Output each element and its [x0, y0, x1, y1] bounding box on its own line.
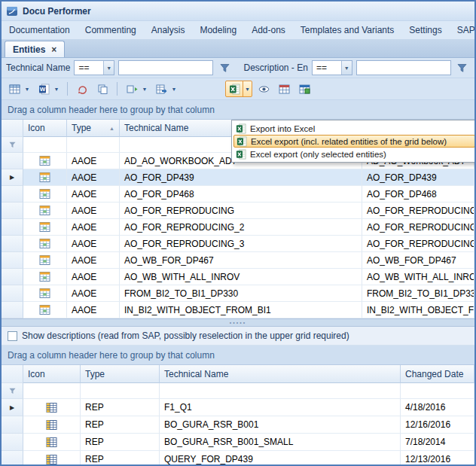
workbook-icon [39, 254, 50, 266]
chevron-down-icon[interactable]: ▼ [341, 61, 352, 75]
filter-cell[interactable] [401, 383, 474, 399]
table-row[interactable]: AAOE AO_FOR_REPRODUCING_3 AO_FOR_REPRODU… [2, 236, 474, 252]
group-by-panel-lower[interactable]: Drag a column header here to group by th… [2, 346, 474, 365]
filter-bar: Technical Name == ▼ Description - En == … [2, 58, 474, 78]
funnel-icon [8, 141, 17, 149]
type-cell: REP [81, 399, 160, 416]
row-indicator [2, 169, 23, 186]
related-entities-grid: Drag a column header here to group by th… [2, 346, 474, 466]
operator-value: == [313, 62, 341, 73]
technical-name-cell: AO_WB_FOR_DP467 [120, 252, 362, 269]
column-header-technical-name[interactable]: Technical Name [160, 365, 401, 383]
table-row[interactable]: REP QUERY_FOR_DP439 12/13/2016 [2, 451, 474, 466]
excel-grid-icon [296, 84, 313, 95]
export-grid-button[interactable]: ▼ [152, 81, 179, 97]
menu-bar-item[interactable]: Settings [401, 21, 449, 39]
column-header-changed-date[interactable]: Changed Date [401, 365, 474, 383]
tab-close-icon[interactable]: × [51, 44, 56, 55]
related-rows: REP F1_Q1 4/18/2016 REP BO_GURA_RSR_B001… [2, 399, 474, 466]
technical-name-filter-label: Technical Name [6, 62, 70, 73]
table-row[interactable]: AAOE AO_WB_FOR_DP467 AO_WB_FOR_DP467 [2, 252, 474, 269]
menu-bar-item[interactable]: Analysis [144, 21, 193, 39]
table-row[interactable]: REP BO_GURA_RSR_B001_SMALL 7/18/2014 [2, 434, 474, 451]
show-descriptions-checkbox[interactable] [8, 331, 17, 341]
table-row[interactable]: AAOE AO_FOR_REPRODUCING_2 AO_FOR_REPRODU… [2, 219, 474, 236]
menu-bar-item[interactable]: Add-ons [244, 21, 293, 39]
technical-name-operator-combo[interactable]: == ▼ [74, 60, 114, 75]
operator-value: == [75, 62, 103, 73]
table-row[interactable]: AAOE AO_FOR_DP439 AO_FOR_DP439 [2, 169, 474, 186]
header-indicator-cell [2, 365, 23, 383]
menu-bar-item[interactable]: Modeling [192, 21, 244, 39]
preview-button[interactable] [255, 81, 273, 97]
entity-icon-cell [23, 269, 67, 285]
horizontal-splitter[interactable]: ••••• [2, 318, 474, 327]
word-icon: W [35, 84, 52, 95]
technical-name-filter-input[interactable] [118, 60, 213, 75]
menu-bar-item[interactable]: Templates and Variants [293, 21, 402, 39]
table-row[interactable]: REP BO_GURA_RSR_B001 12/16/2016 [2, 416, 474, 434]
table-row[interactable]: AAOE AO_FOR_REPRODUCING AO_FOR_REPRODUCI… [2, 203, 474, 219]
column-header-icon[interactable]: Icon [23, 365, 81, 383]
chevron-down-icon[interactable]: ▼ [103, 61, 114, 75]
copy-button[interactable] [93, 81, 111, 97]
description-operator-combo[interactable]: == ▼ [312, 60, 352, 75]
column-header-type[interactable]: Type [81, 365, 160, 383]
report-icon-cell [23, 416, 81, 434]
export-menu-item[interactable]: Export into Excel [233, 122, 475, 135]
menu-item-label: Excel export (only selected entities) [250, 150, 386, 159]
description-cell: AO_WB_FOR_DP467 [362, 252, 474, 269]
column-header-icon[interactable]: Icon [23, 120, 67, 137]
header-indicator-cell [2, 120, 23, 137]
changed-date-cell: 12/16/2016 [401, 416, 474, 434]
excel-export-button[interactable]: ▼ [225, 81, 252, 97]
technical-name-cell: AO_FOR_REPRODUCING_2 [120, 219, 362, 236]
chevron-down-icon[interactable]: ▼ [243, 81, 252, 96]
menu-bar-item[interactable]: Commenting [78, 21, 144, 39]
menu-bar-item[interactable]: SAP I [450, 21, 474, 39]
tab-entities[interactable]: Entities × [5, 41, 65, 57]
excel-grid-button[interactable] [295, 81, 313, 97]
eye-icon [255, 84, 272, 95]
workbook-icon [39, 304, 50, 315]
technical-name-cell: AO_WB_WITH_ALL_INROV [120, 269, 362, 285]
description-filter-input[interactable] [356, 60, 451, 75]
row-indicator [2, 153, 23, 169]
filter-cell[interactable] [160, 383, 401, 399]
table-row[interactable]: AAOE FROM_BI2_TO_BI1_DP330 FROM_BI2_TO_B… [2, 285, 474, 302]
table-row[interactable]: REP F1_Q1 4/18/2016 [2, 399, 474, 416]
menu-bar-item[interactable]: Documentation [2, 21, 78, 39]
column-header-type[interactable]: Type ▲ [67, 120, 120, 137]
excel-table-button[interactable] [275, 81, 293, 97]
apply-filter-button[interactable] [217, 60, 232, 75]
funnel-icon [8, 387, 17, 395]
filter-options-button[interactable] [455, 60, 470, 75]
title-bar: Docu Performer [2, 2, 474, 21]
description-filter-label: Description - En [244, 62, 308, 73]
chevron-down-icon[interactable]: ▼ [23, 87, 32, 92]
export-related-button[interactable]: ▼ [123, 81, 150, 97]
chevron-down-icon[interactable]: ▼ [52, 87, 61, 92]
entity-icon-cell [23, 219, 67, 236]
filter-cell[interactable] [23, 137, 67, 153]
group-by-panel[interactable]: Drag a column header here to group by th… [2, 100, 474, 120]
tab-label: Entities [13, 44, 45, 55]
export-menu-item[interactable]: Excel export (incl. related entities of … [233, 135, 475, 148]
filter-cell[interactable] [23, 383, 81, 399]
row-indicator [2, 434, 23, 451]
word-export-button[interactable]: W ▼ [35, 81, 62, 97]
chevron-down-icon[interactable]: ▼ [169, 87, 178, 92]
export-menu-item[interactable]: Excel export (only selected entities) [233, 148, 475, 160]
refresh-button[interactable] [73, 81, 91, 97]
filter-cell[interactable] [81, 383, 160, 399]
table-row[interactable]: AAOE AO_WB_WITH_ALL_INROV AO_WB_WITH_ALL… [2, 269, 474, 285]
chevron-down-icon[interactable]: ▼ [140, 87, 149, 92]
grid-word-export-button[interactable]: ▼ [5, 81, 32, 97]
menu-item-label: Export into Excel [250, 124, 315, 133]
table-row[interactable]: AAOE IN_BI2_WITH_OBJECT_FROM_BI1 IN_BI2_… [2, 302, 474, 318]
filter-cell[interactable] [67, 137, 120, 153]
filter-row-indicator [2, 137, 23, 153]
type-cell: REP [81, 416, 160, 434]
table-row[interactable]: AAOE AO_FOR_DP468 AO_FOR_DP468 [2, 186, 474, 203]
entity-icon-cell [23, 186, 67, 203]
